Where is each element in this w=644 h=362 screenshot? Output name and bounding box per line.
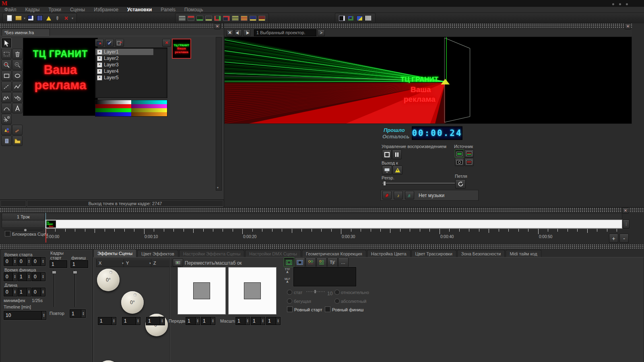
effect-text-input[interactable] [293,267,356,286]
projector-prev-icon[interactable]: ◀▏ [235,29,242,36]
window-buttons[interactable] [612,3,628,5]
timeline-grip[interactable]: ✕ [0,208,644,212]
layer-row[interactable]: ×Layer4 [95,68,167,74]
canvas-vertical-scrollbar[interactable]: ▾ [216,37,222,191]
layer-row[interactable]: ×Layer1 [95,49,153,55]
music-folder-icon[interactable]: ♪ [394,191,403,200]
source-monitor-icon[interactable] [455,158,464,166]
color-palette[interactable] [95,100,167,117]
start-m-spinner[interactable]: 0▲▼ [18,257,31,266]
output-icon-1[interactable] [179,15,186,21]
delete-tool[interactable] [12,49,23,59]
output-icon-6[interactable] [223,15,230,21]
timeline-min-spinner[interactable]: 10▲▼ [4,311,46,320]
x-step-spinner[interactable]: 1▲▼ [98,317,116,325]
length-m-spinner[interactable]: 1▲▼ [18,288,31,296]
menu-file[interactable]: Файл [0,7,21,12]
finish-h-spinner[interactable]: 0▲▼ [4,272,17,281]
media-export-icon[interactable] [356,15,363,21]
frame-window-icon[interactable] [27,15,34,21]
layer-visible-checkbox[interactable]: × [97,62,102,68]
frame-grid-icon[interactable] [36,15,43,21]
polyline-tool[interactable] [12,81,23,92]
text-tool[interactable] [12,103,23,113]
track-mini-slider[interactable] [4,230,43,230]
open-folder-icon[interactable] [15,15,22,21]
frames-finish-slider-thumb[interactable] [73,271,77,274]
y-step-spinner[interactable]: 1▲▼ [122,317,140,325]
track-header-2[interactable] [2,220,45,228]
start-s-spinner[interactable]: 0▲▼ [32,257,45,266]
text-anim-lines-icon[interactable] [316,257,327,267]
running-radio[interactable] [287,298,292,304]
source-dmx-icon[interactable] [464,158,474,166]
preview-close-icon[interactable]: ✕ [625,23,631,29]
relative-radio[interactable] [334,290,340,295]
menu-frames[interactable]: Кадры [21,7,44,12]
time-ruler[interactable]: 0:00:00 0:00:10 0:00:20 0:00:30 0:00:40 … [45,228,622,243]
animate-tool[interactable] [12,92,23,103]
line-tool[interactable] [1,81,12,92]
layer-add-icon[interactable] [95,39,104,47]
wave-tool[interactable] [1,92,12,103]
projector-more-button[interactable]: > [318,29,325,36]
track-header[interactable]: 1 Трэк [2,213,45,220]
menu-tracks[interactable]: Трэки [44,7,65,12]
laser-output-button[interactable] [392,166,402,175]
tab-midi-timecode[interactable]: Midi тайм код [506,250,541,257]
output-icon-5[interactable] [214,15,221,21]
length-s-spinner[interactable]: 0▲▼ [32,288,45,296]
loop-button[interactable] [455,179,466,189]
scale-preview-box[interactable] [228,267,277,315]
even-start-checkbox[interactable] [287,306,293,312]
monitor-output-button[interactable] [382,166,392,175]
marquee-tool[interactable] [1,49,12,59]
library-folder-tool[interactable] [12,136,23,146]
frames-start-slider[interactable] [54,270,55,307]
elapsed-label[interactable]: Прошло [384,127,405,133]
output-icon-3[interactable] [196,15,203,21]
start-h-spinner[interactable]: 0▲▼ [4,257,17,266]
scene-track-bar[interactable]: ТЦ ГРАНИТ Ваша [45,220,622,228]
layer-visible-checkbox[interactable]: × [97,56,102,61]
frame-thumbnail[interactable]: ТЦ ГРАНИТ Ваша реклама [172,39,191,59]
output-icon-2[interactable] [188,15,194,21]
output-icon-10[interactable] [258,15,265,21]
notes-tool[interactable] [1,136,12,146]
menu-scenes[interactable]: Сцены [66,7,89,12]
layer-delete-icon[interactable]: ✕ [162,39,171,47]
move-scale-icon[interactable] [173,259,183,267]
persp-slider[interactable] [382,183,455,184]
timeline-zoom-out-button[interactable]: - [619,234,629,243]
frames-finish-slider[interactable] [74,270,76,307]
tab-dmx-scene-settings[interactable]: Настройки DMX Сцены [245,250,301,257]
rotate-x2-knob[interactable]: 0° [97,360,120,362]
finish-s-spinner[interactable]: 0▲▼ [32,272,45,281]
move-x-spinner[interactable]: 1▲▼ [186,317,200,325]
menu-settings[interactable]: Установки [123,7,156,12]
pause-button[interactable] [392,150,402,159]
z-step-spinner[interactable]: 1▲▼ [146,317,165,325]
layer-row[interactable]: ×Layer2 [95,55,167,62]
menu-help[interactable]: Помощь [180,7,207,12]
layer-row[interactable]: ×Layer3 [95,62,167,68]
timeline-close-icon[interactable]: ✕ [622,208,629,214]
tools-dropdown-icon[interactable]: ▾ [72,16,73,20]
projector-next-icon[interactable]: ▕▶ [243,29,250,36]
layer-visible-checkbox[interactable]: × [97,49,102,55]
repeat-spinner[interactable]: 1▲▼ [70,309,86,318]
frame-canvas[interactable]: ТЦ ГРАНИТ Ваша реклама [23,38,98,116]
output-icon-7[interactable] [232,15,239,21]
effects-tool[interactable] [1,125,12,135]
layer-export-icon[interactable] [115,39,124,47]
frame-editor-grip[interactable]: ✕ [0,23,224,29]
zoom-in-tool[interactable] [1,60,12,70]
layer-row[interactable]: ×Layer5 [95,74,167,81]
text-anim-film-blue-icon[interactable] [295,257,305,267]
frame-editor-close-icon[interactable]: ✕ [214,23,221,29]
tab-color-settings[interactable]: Настройка Цвета [367,250,411,257]
text-more-icon[interactable]: … [338,257,349,267]
persp-slider-thumb[interactable] [383,181,386,186]
rectangle-tool[interactable] [1,70,12,81]
scale-x-spinner[interactable]: 1▲▼ [235,317,250,325]
